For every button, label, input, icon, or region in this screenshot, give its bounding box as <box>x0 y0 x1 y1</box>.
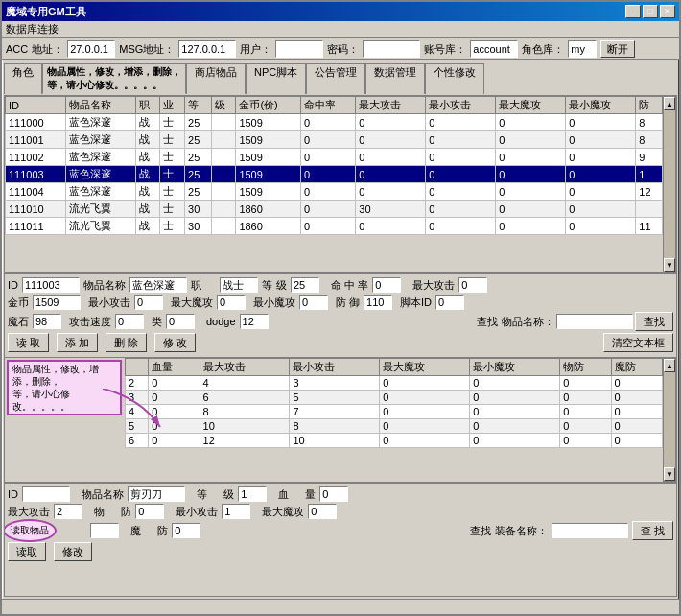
upper-table-row[interactable]: 111001蓝色深邃战士251509000008 <box>6 131 663 149</box>
lower-table-scroll[interactable]: 血量 最大攻击 最小攻击 最大魔攻 最小魔攻 物防 魔防 20 <box>5 358 663 482</box>
upper-table: ID 物品名称 职 业 等 级 金币(价) 命中率 最大攻击 最小攻击 <box>5 96 663 235</box>
lower-table-cell: 0 <box>470 434 560 448</box>
upper-table-row[interactable]: 111010流光飞翼战士301860030000 <box>6 201 663 218</box>
job-input[interactable] <box>220 277 258 293</box>
upper-table-cell: 0 <box>426 218 496 235</box>
upper-table-cell: 流光飞翼 <box>65 218 135 235</box>
modify-button[interactable]: 修 改 <box>154 333 196 352</box>
lower-pdef-input[interactable] <box>135 504 164 519</box>
close-button[interactable]: ✕ <box>660 5 675 18</box>
read-item-annotation: 读取物品 <box>4 519 57 542</box>
upper-table-row[interactable]: 111011流光飞翼战士3018600000011 <box>6 218 663 235</box>
upper-table-row[interactable]: 111003蓝色深邃战士251509000001 <box>6 166 663 183</box>
lower-minatk-input[interactable] <box>222 504 250 519</box>
lower-mdef-input[interactable] <box>172 523 200 538</box>
lower-maxmatk-input[interactable] <box>308 504 337 519</box>
tab-data[interactable]: 数据管理 <box>365 63 425 94</box>
lower-table-row[interactable]: 40870000 <box>126 405 663 419</box>
lower-id-input[interactable] <box>22 486 70 502</box>
role-input[interactable] <box>568 40 597 58</box>
min-matk-label: 最小魔攻 <box>253 296 295 310</box>
upper-table-cell: 1509 <box>236 114 301 131</box>
level-input[interactable] <box>291 277 319 293</box>
attack-speed-input[interactable] <box>115 314 144 329</box>
type-input[interactable] <box>166 314 195 329</box>
pass-input[interactable] <box>363 40 420 58</box>
lower-scroll-up[interactable]: ▲ <box>664 359 675 372</box>
lower-table-cell: 6 <box>126 434 149 448</box>
scroll-up-btn[interactable]: ▲ <box>664 97 675 110</box>
status-bar <box>2 599 679 614</box>
maximize-button[interactable]: □ <box>643 5 658 18</box>
lower-table-cell: 0 <box>611 434 662 448</box>
lower-table-cell: 5 <box>290 391 380 405</box>
def-input[interactable] <box>364 295 392 310</box>
minimize-button[interactable]: ─ <box>625 5 641 18</box>
hit-input[interactable] <box>372 277 401 293</box>
tab-personal[interactable]: 个性修改 <box>425 63 484 94</box>
lower-name-input[interactable] <box>128 486 185 502</box>
scroll-down-btn[interactable]: ▼ <box>664 258 675 272</box>
item-name-search-input[interactable] <box>556 314 633 329</box>
tab-announce[interactable]: 公告管理 <box>306 63 365 94</box>
search-button[interactable]: 查找 <box>635 312 673 331</box>
upper-table-scroll[interactable]: ID 物品名称 职 业 等 级 金币(价) 命中率 最大攻击 最小攻击 <box>5 96 663 272</box>
lower-read-button[interactable]: 读取 <box>8 542 46 561</box>
clear-button[interactable]: 清空文本框 <box>603 333 673 352</box>
address-input[interactable] <box>67 40 115 58</box>
tab-role[interactable]: 角色 <box>4 63 42 94</box>
lower-table-row[interactable]: 501080000 <box>126 419 663 434</box>
dodge-input[interactable] <box>240 314 269 329</box>
account-input[interactable] <box>470 40 518 58</box>
max-atk-input[interactable] <box>458 277 487 293</box>
msg-input[interactable] <box>178 40 236 58</box>
upper-table-row[interactable]: 111000蓝色深邃战士251509000008 <box>6 114 663 131</box>
account-label: 账号库： <box>424 42 466 57</box>
lower-modify-button[interactable]: 修改 <box>54 542 92 561</box>
upper-table-cell: 士 <box>160 131 185 149</box>
tab-items[interactable]: 物品属性，修改，增添，删除，等，请小心修改。。。。。 <box>42 63 186 94</box>
user-input[interactable] <box>275 40 323 58</box>
min-matk-input[interactable] <box>299 295 328 310</box>
lower-table-row[interactable]: 30650000 <box>126 391 663 405</box>
equip-name-input[interactable] <box>552 523 628 538</box>
min-atk-input[interactable] <box>134 295 163 310</box>
max-matk-input[interactable] <box>217 295 246 310</box>
dodge-label: dodge <box>206 316 236 327</box>
lower-table-cell: 0 <box>470 376 560 391</box>
foot-input[interactable] <box>435 295 464 310</box>
upper-form-row2: 金币 最小攻击 最大魔攻 最小魔攻 防 御 脚本ID <box>8 295 673 310</box>
tab-npc[interactable]: NPC脚本 <box>246 63 306 94</box>
menu-item-db[interactable]: 数据库连接 <box>6 23 59 35</box>
id-label: ID <box>8 279 18 291</box>
id-input[interactable] <box>22 277 80 293</box>
tab-shop[interactable]: 商店物品 <box>186 63 246 94</box>
upper-table-cell: 8 <box>636 114 663 131</box>
name-input[interactable] <box>129 277 187 293</box>
lower-table-scrollbar[interactable]: ▲ ▼ <box>663 358 676 482</box>
gold-input[interactable] <box>33 295 81 310</box>
lower-table-row[interactable]: 20430000 <box>126 376 663 391</box>
magic-stone-input[interactable] <box>33 314 61 329</box>
lower-maxatk-input[interactable] <box>54 504 82 519</box>
col-gold: 金币(价) <box>236 97 301 114</box>
lower-blood-input[interactable] <box>319 486 348 502</box>
lower-level-input[interactable] <box>238 486 267 502</box>
lower-table-row[interactable]: 6012100000 <box>126 434 663 448</box>
add-button[interactable]: 添 加 <box>57 333 98 352</box>
lower-table-cell: 8 <box>200 405 290 419</box>
upper-table-cell: 111011 <box>6 218 66 235</box>
lower-search-button[interactable]: 查 找 <box>632 521 673 540</box>
read-button[interactable]: 读 取 <box>8 333 49 352</box>
delete-button[interactable]: 删 除 <box>106 333 147 352</box>
upper-table-scrollbar[interactable]: ▲ ▼ <box>663 96 676 272</box>
upper-table-cell: 111003 <box>6 166 66 183</box>
upper-table-row[interactable]: 111002蓝色深邃战士251509000009 <box>6 149 663 166</box>
upper-table-cell: 1509 <box>236 131 301 149</box>
upper-table-cell: 流光飞翼 <box>65 201 135 218</box>
tabs-bar: 角色 物品属性，修改，增添，删除，等，请小心修改。。。。。 商店物品 NPC脚本… <box>4 62 677 93</box>
connect-button[interactable]: 断开 <box>600 40 635 58</box>
lower-minmatk-input[interactable] <box>90 523 119 538</box>
upper-table-row[interactable]: 111004蓝色深邃战士2515090000012 <box>6 183 663 201</box>
lower-scroll-down[interactable]: ▼ <box>664 467 675 481</box>
